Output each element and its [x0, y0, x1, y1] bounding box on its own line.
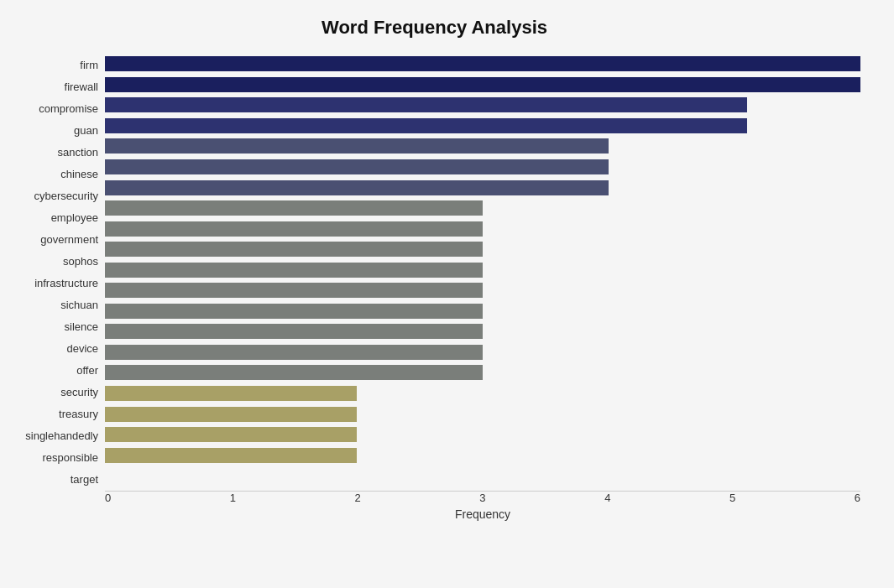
y-label-infrastructure: infrastructure	[34, 273, 98, 293]
y-label-chinese: chinese	[60, 164, 98, 184]
bar-row-chinese	[105, 157, 860, 177]
bars-wrapper	[105, 54, 860, 491]
chart-title: Word Frequency Analysis	[8, 17, 860, 39]
bar-security	[105, 365, 483, 380]
bar-device	[105, 324, 483, 339]
x-tick-3: 3	[479, 492, 485, 504]
y-label-silence: silence	[65, 317, 98, 337]
bar-row-sanction	[105, 136, 860, 156]
bar-employee	[105, 200, 483, 216]
y-label-employee: employee	[51, 207, 98, 227]
x-axis: 0123456 Frequency	[105, 491, 860, 516]
bar-guan	[105, 118, 747, 133]
bar-responsible	[105, 427, 357, 442]
bars-section: 0123456 Frequency	[105, 54, 860, 516]
x-tick-1: 1	[230, 492, 236, 504]
y-label-sophos: sophos	[63, 251, 98, 271]
y-label-security: security	[60, 382, 98, 403]
y-label-sanction: sanction	[58, 142, 98, 162]
x-tick-2: 2	[355, 492, 361, 504]
x-tick-6: 6	[855, 492, 860, 504]
bar-firm	[105, 56, 860, 71]
bar-offer	[105, 345, 483, 360]
bar-row-guan	[105, 116, 860, 136]
bar-row-sophos	[105, 239, 860, 259]
bar-sophos	[105, 242, 483, 257]
bar-row-infrastructure	[105, 260, 860, 280]
y-label-government: government	[40, 229, 98, 249]
bar-row-government	[105, 219, 860, 239]
bar-row-firm	[105, 54, 860, 74]
bar-sichuan	[105, 283, 483, 298]
bar-row-firewall	[105, 75, 860, 95]
bar-row-offer	[105, 342, 860, 362]
y-label-firewall: firewall	[65, 76, 98, 96]
x-tick-4: 4	[604, 492, 610, 504]
bar-row-sichuan	[105, 280, 860, 300]
bar-cybersecurity	[105, 180, 609, 195]
x-tick-0: 0	[105, 492, 111, 504]
bar-chinese	[105, 159, 609, 174]
bar-row-cybersecurity	[105, 178, 860, 198]
y-axis: firmfirewallcompromiseguansanctionchines…	[8, 54, 105, 516]
y-label-guan: guan	[74, 120, 98, 140]
y-label-compromise: compromise	[39, 98, 98, 118]
chart-area: firmfirewallcompromiseguansanctionchines…	[8, 54, 860, 516]
bar-target	[105, 448, 357, 463]
y-label-offer: offer	[76, 361, 98, 381]
bar-row-singlehandedly	[105, 404, 860, 424]
bar-row-silence	[105, 301, 860, 321]
x-tick-5: 5	[729, 492, 735, 504]
y-label-singlehandedly: singlehandedly	[25, 426, 98, 446]
y-label-target: target	[71, 470, 98, 490]
chart-container: Word Frequency Analysis firmfirewallcomp…	[0, 0, 894, 588]
bar-row-device	[105, 321, 860, 341]
y-label-device: device	[66, 339, 98, 359]
y-label-cybersecurity: cybersecurity	[34, 185, 98, 206]
bar-infrastructure	[105, 263, 483, 278]
y-label-firm: firm	[80, 55, 98, 75]
bar-row-employee	[105, 198, 860, 218]
bar-row-treasury	[105, 383, 860, 403]
y-label-treasury: treasury	[59, 404, 98, 424]
bar-silence	[105, 304, 483, 319]
bar-row-responsible	[105, 424, 860, 445]
bar-row-compromise	[105, 95, 860, 115]
y-label-responsible: responsible	[43, 448, 99, 468]
bar-row-security	[105, 362, 860, 382]
bar-firewall	[105, 77, 860, 92]
bar-government	[105, 221, 483, 237]
bar-singlehandedly	[105, 407, 357, 422]
bar-row-target	[105, 445, 860, 466]
bar-compromise	[105, 97, 747, 112]
y-label-sichuan: sichuan	[60, 295, 98, 315]
bar-treasury	[105, 386, 357, 401]
bar-sanction	[105, 138, 609, 154]
x-axis-label: Frequency	[105, 507, 860, 521]
